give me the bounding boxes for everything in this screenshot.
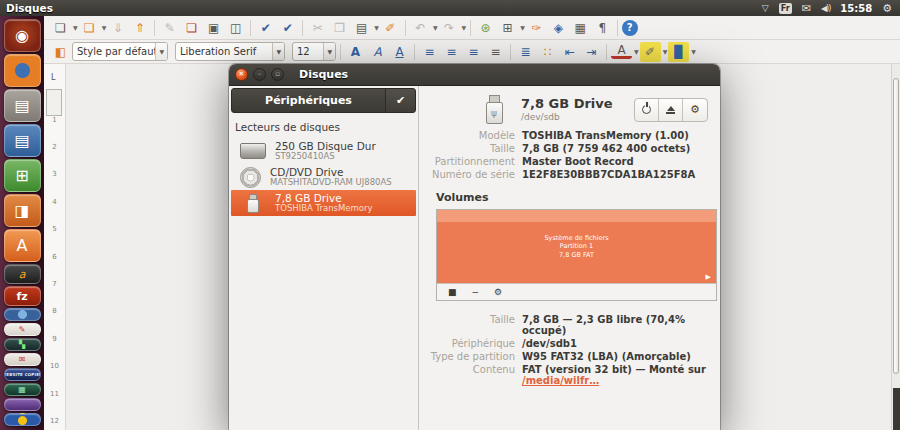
font-name-select[interactable]: Liberation Serif▼ — [175, 42, 285, 61]
paragraph-style-select[interactable]: Style par défaut▼ — [72, 42, 168, 61]
redo-dropdown-caret[interactable]: ▼ — [462, 24, 467, 31]
launcher-item-terminal-app[interactable]: ▚ — [4, 338, 41, 351]
spellcheck-button[interactable]: ✔ — [255, 18, 276, 38]
align-right-button[interactable]: ≡ — [463, 42, 484, 62]
launcher-item-calc[interactable]: ⊞ — [4, 159, 41, 192]
paste-dropdown-caret[interactable]: ▼ — [374, 24, 379, 31]
table-dropdown-caret[interactable]: ▼ — [520, 24, 525, 31]
new-document-button[interactable]: ❏ — [50, 18, 71, 38]
launcher-item-impress[interactable]: ◨ — [4, 194, 41, 227]
partition-settings-button[interactable]: ⚙ — [494, 287, 502, 297]
open-button[interactable]: ❏ — [79, 18, 100, 38]
launcher-item-amazon[interactable]: a — [4, 264, 41, 284]
save-button[interactable]: ⇓ — [107, 18, 128, 38]
device-item-cddvd[interactable]: CD/DVD DriveMATSHITADVD-RAM UJ880AS — [231, 164, 416, 190]
toolbar-separator — [405, 20, 406, 36]
styles-button[interactable]: ◧ — [50, 42, 71, 62]
sound-icon[interactable]: ◀)) — [821, 4, 830, 13]
partition-labels: Système de fichiers Partition 1 7,8 GB F… — [437, 234, 716, 259]
device-item-usb-selected[interactable]: 7,8 GB DriveTOSHIBA TransMemory — [231, 190, 416, 216]
launcher-item-filezilla[interactable]: fz — [4, 286, 41, 306]
font-color-button[interactable]: A — [611, 44, 632, 59]
launcher-item-browser-ball-app[interactable] — [4, 413, 41, 426]
auto-spellcheck-button[interactable]: ✔ — [277, 18, 298, 38]
export-pdf-button[interactable]: ❏ — [181, 18, 202, 38]
cut-button[interactable]: ✂ — [307, 18, 328, 38]
insert-table-button[interactable]: ⊞ — [497, 18, 518, 38]
power-off-button[interactable] — [635, 99, 659, 121]
decrease-indent-button[interactable]: ⇤ — [559, 42, 580, 62]
help-button[interactable]: ? — [622, 20, 638, 36]
edit-file-button[interactable]: ✎ — [159, 18, 180, 38]
drive-details: ModèleTOSHIBA TransMemory (1.00) Taille7… — [419, 126, 720, 180]
network-icon[interactable]: ▽ — [762, 3, 769, 13]
navigator-button[interactable]: ◈ — [548, 18, 569, 38]
maximize-button[interactable]: ▫ — [271, 68, 284, 81]
launcher-item-files[interactable]: ▤ — [4, 89, 41, 122]
session-gear-icon[interactable]: ⚙ — [882, 2, 892, 15]
align-left-button[interactable]: ≡ — [419, 42, 440, 62]
launcher-item-website-copier[interactable]: WEBSITE COPIER — [4, 368, 41, 381]
draw-functions-button[interactable]: ✑ — [526, 18, 547, 38]
paste-button[interactable]: ▤ — [351, 18, 372, 38]
eject-button[interactable] — [659, 99, 683, 121]
font-size-select[interactable]: 12▼ — [292, 42, 336, 61]
bullet-list-button[interactable]: ∷ — [537, 42, 558, 62]
italic-button[interactable]: A — [367, 42, 388, 62]
launcher-item-globe-app[interactable] — [4, 308, 41, 321]
launcher-item-ubuntu-dash[interactable]: ◉ — [4, 19, 41, 52]
font-color-caret[interactable]: ▼ — [634, 48, 639, 55]
print-button[interactable]: ▣ — [203, 18, 224, 38]
background-color-button[interactable]: ▉ — [668, 42, 689, 62]
combo-arrow-icon[interactable]: ▼ — [155, 43, 167, 60]
highlight-color-button[interactable]: ✐ — [640, 42, 661, 62]
launcher-item-firefox[interactable] — [4, 54, 41, 87]
partition-usage-strip — [437, 210, 716, 222]
clone-formatting-button[interactable]: ✐ — [380, 18, 401, 38]
highlight-caret[interactable]: ▼ — [663, 48, 668, 55]
new-dropdown-caret[interactable]: ▼ — [73, 24, 78, 31]
underline-button[interactable]: A — [389, 42, 410, 62]
copy-button[interactable]: ❐ — [329, 18, 350, 38]
detail-value: 7,8 GB (7 759 462 400 octets) — [522, 143, 720, 154]
launcher-item-software-center[interactable]: A — [4, 229, 41, 262]
launcher-item-screens-app[interactable]: ▦ — [4, 383, 41, 396]
undo-button[interactable]: ↶ — [410, 18, 431, 38]
launcher-item-mail-app[interactable]: ✉ — [4, 353, 41, 366]
undo-dropdown-caret[interactable]: ▼ — [433, 24, 438, 31]
devices-check-button[interactable]: ✔ — [385, 89, 415, 112]
open-dropdown-caret[interactable]: ▼ — [102, 24, 107, 31]
mount-point-link[interactable]: /media/wilfr… — [522, 375, 599, 386]
close-button[interactable]: ✕ — [235, 68, 248, 81]
clock[interactable]: 15:58 — [840, 3, 872, 14]
formatting-marks-button[interactable]: ¶ — [592, 18, 613, 38]
disks-titlebar[interactable]: ✕ – ▫ Disques — [229, 64, 720, 86]
print-preview-button[interactable]: ◫ — [225, 18, 246, 38]
device-item-hdd[interactable]: 250 GB Disque DurST9250410AS — [231, 138, 416, 164]
launcher-item-document-app[interactable]: ✎ — [4, 323, 41, 336]
gallery-button[interactable]: ▦ — [570, 18, 591, 38]
drive-settings-button[interactable]: ⚙ — [683, 99, 707, 121]
bold-button[interactable]: A — [345, 42, 366, 62]
document-scrollbar[interactable] — [891, 64, 900, 430]
increase-indent-button[interactable]: ⇥ — [581, 42, 602, 62]
numbered-list-button[interactable]: ≣ — [515, 42, 536, 62]
unmount-button[interactable]: ■ — [448, 287, 457, 297]
messaging-icon[interactable]: ✉ — [802, 2, 811, 15]
redo-button[interactable]: ↷ — [439, 18, 460, 38]
combo-arrow-icon[interactable]: ▼ — [272, 43, 284, 60]
hyperlink-button[interactable]: ⊛ — [475, 18, 496, 38]
keyboard-layout-indicator[interactable]: Fr — [779, 3, 792, 14]
launcher-item-purple-app[interactable] — [4, 398, 41, 411]
align-justify-button[interactable]: ≡ — [485, 42, 506, 62]
toolbar-separator — [302, 20, 303, 36]
minimize-button[interactable]: – — [253, 68, 266, 81]
send-email-button[interactable]: ⇑ — [129, 18, 150, 38]
background-color-caret[interactable]: ▼ — [691, 48, 696, 55]
delete-partition-button[interactable]: − — [472, 287, 480, 297]
combo-arrow-icon[interactable]: ▼ — [323, 43, 335, 60]
align-center-button[interactable]: ≡ — [441, 42, 462, 62]
scrollbar-thumb[interactable] — [893, 78, 899, 374]
launcher-item-writer[interactable]: ▤ — [4, 124, 41, 157]
partition-block[interactable]: Système de fichiers Partition 1 7,8 GB F… — [437, 210, 716, 283]
